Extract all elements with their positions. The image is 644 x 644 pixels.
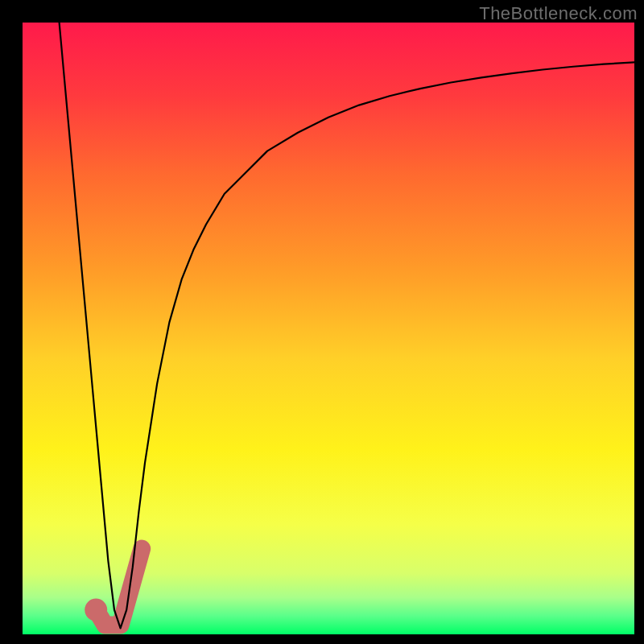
plot-area	[23, 23, 634, 634]
watermark-text: TheBottleneck.com	[479, 3, 638, 24]
chart-frame: TheBottleneck.com	[0, 0, 644, 644]
chart-svg	[23, 23, 634, 634]
highlight-dot	[85, 599, 107, 621]
gradient-background	[23, 23, 634, 634]
